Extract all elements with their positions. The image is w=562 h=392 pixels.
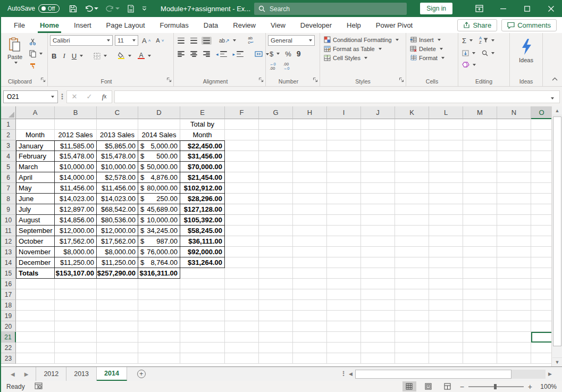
cell-G9[interactable] <box>259 204 293 215</box>
column-header-J[interactable]: J <box>361 106 395 119</box>
horizontal-scrollbar[interactable]: ◀ ▶ <box>346 369 555 379</box>
cell-F19[interactable] <box>225 311 259 321</box>
cell-D10[interactable]: $10,000.00 <box>138 215 180 226</box>
cell-F17[interactable] <box>225 289 259 300</box>
cell-F23[interactable] <box>225 353 259 364</box>
cell-O2[interactable] <box>531 130 552 140</box>
expand-formula-bar-button[interactable] <box>547 92 556 102</box>
cell-I16[interactable] <box>327 279 361 289</box>
search-input[interactable] <box>270 5 387 13</box>
cell-O22[interactable] <box>531 343 552 353</box>
cell-O6[interactable] <box>531 172 552 183</box>
cell-H13[interactable] <box>293 247 327 257</box>
sheet-tab-2013[interactable]: 2013 <box>66 367 97 381</box>
cell-G17[interactable] <box>259 289 293 300</box>
cell-J2[interactable] <box>361 130 395 140</box>
cell-N9[interactable] <box>497 204 531 215</box>
cell-C6[interactable]: $2,578.00 <box>97 172 138 183</box>
font-size-select[interactable]: 11 <box>115 35 138 46</box>
cell-D9[interactable]: $45,689.00 <box>138 204 180 215</box>
cell-D1[interactable] <box>138 119 180 130</box>
cell-A11[interactable]: September <box>16 226 55 236</box>
cell-F4[interactable] <box>225 151 259 162</box>
bold-button[interactable]: B <box>50 51 58 61</box>
zoom-level[interactable]: 100% <box>538 383 557 390</box>
cell-A21[interactable] <box>16 332 55 343</box>
cell-I15[interactable] <box>327 268 361 279</box>
cell-A20[interactable] <box>16 321 55 332</box>
cell-B15[interactable]: $153,107.00 <box>55 268 97 279</box>
cell-L15[interactable] <box>429 268 463 279</box>
column-header-A[interactable]: A <box>16 106 55 119</box>
cell-G4[interactable] <box>259 151 293 162</box>
cell-D8[interactable]: $250.00 <box>138 194 180 204</box>
cell-B8[interactable]: $14,023.00 <box>55 194 97 204</box>
cell-J16[interactable] <box>361 279 395 289</box>
cell-M8[interactable] <box>463 194 497 204</box>
cell-I19[interactable] <box>327 311 361 321</box>
cell-M7[interactable] <box>463 183 497 194</box>
format-painter-button[interactable] <box>28 61 44 70</box>
formula-bar-splitter[interactable]: ••• <box>60 94 64 100</box>
cell-I23[interactable] <box>327 353 361 364</box>
cell-K12[interactable] <box>395 236 429 247</box>
cell-N8[interactable] <box>497 194 531 204</box>
cell-O20[interactable] <box>531 321 552 332</box>
cell-A23[interactable] <box>16 353 55 364</box>
row-header-5[interactable]: 5 <box>1 162 16 172</box>
cell-O21[interactable] <box>531 332 552 343</box>
cell-H20[interactable] <box>293 321 327 332</box>
cell-N21[interactable] <box>497 332 531 343</box>
formula-bar[interactable] <box>114 90 560 103</box>
cell-E20[interactable] <box>180 321 225 332</box>
cell-I6[interactable] <box>327 172 361 183</box>
fill-color-button[interactable] <box>116 51 133 61</box>
cell-H4[interactable] <box>293 151 327 162</box>
cell-A7[interactable]: May <box>16 183 55 194</box>
cell-K13[interactable] <box>395 247 429 257</box>
cell-L17[interactable] <box>429 289 463 300</box>
cell-G7[interactable] <box>259 183 293 194</box>
row-header-15[interactable]: 15 <box>1 268 16 279</box>
cell-N15[interactable] <box>497 268 531 279</box>
cell-N3[interactable] <box>497 140 531 151</box>
clipboard-dialog-launcher[interactable] <box>40 75 46 85</box>
cell-F22[interactable] <box>225 343 259 353</box>
cell-L3[interactable] <box>429 140 463 151</box>
cell-H8[interactable] <box>293 194 327 204</box>
sheet-tab-2012[interactable]: 2012 <box>36 367 66 381</box>
cell-K21[interactable] <box>395 332 429 343</box>
cell-H22[interactable] <box>293 343 327 353</box>
row-header-14[interactable]: 14 <box>1 257 16 268</box>
decrease-decimal-button[interactable]: .00→0 <box>282 61 291 72</box>
conditional-formatting-button[interactable]: Conditional Formatting <box>322 35 404 44</box>
cell-I4[interactable] <box>327 151 361 162</box>
cell-N16[interactable] <box>497 279 531 289</box>
insert-cells-button[interactable]: Insert <box>408 35 456 44</box>
cell-G10[interactable] <box>259 215 293 226</box>
vertical-scrollbar[interactable]: ▲ ▼ <box>551 106 562 366</box>
cell-L7[interactable] <box>429 183 463 194</box>
cell-C10[interactable]: $80,536.00 <box>97 215 138 226</box>
align-left-button[interactable] <box>176 50 186 58</box>
cell-O8[interactable] <box>531 194 552 204</box>
cell-K3[interactable] <box>395 140 429 151</box>
collapse-ribbon-button[interactable] <box>552 73 558 83</box>
cell-H16[interactable] <box>293 279 327 289</box>
cell-J23[interactable] <box>361 353 395 364</box>
cell-G6[interactable] <box>259 172 293 183</box>
cell-N18[interactable] <box>497 300 531 311</box>
cell-L19[interactable] <box>429 311 463 321</box>
cell-O23[interactable] <box>531 353 552 364</box>
cell-C9[interactable]: $68,542.00 <box>97 204 138 215</box>
cell-D17[interactable] <box>138 289 180 300</box>
cell-G18[interactable] <box>259 300 293 311</box>
top-align-button[interactable] <box>176 37 186 45</box>
column-header-F[interactable]: F <box>225 106 259 119</box>
borders-button[interactable] <box>92 52 108 61</box>
cell-C14[interactable]: $11,250.00 <box>97 257 138 268</box>
cell-F12[interactable] <box>225 236 259 247</box>
cell-N1[interactable] <box>497 119 531 130</box>
cell-H5[interactable] <box>293 162 327 172</box>
cell-K17[interactable] <box>395 289 429 300</box>
